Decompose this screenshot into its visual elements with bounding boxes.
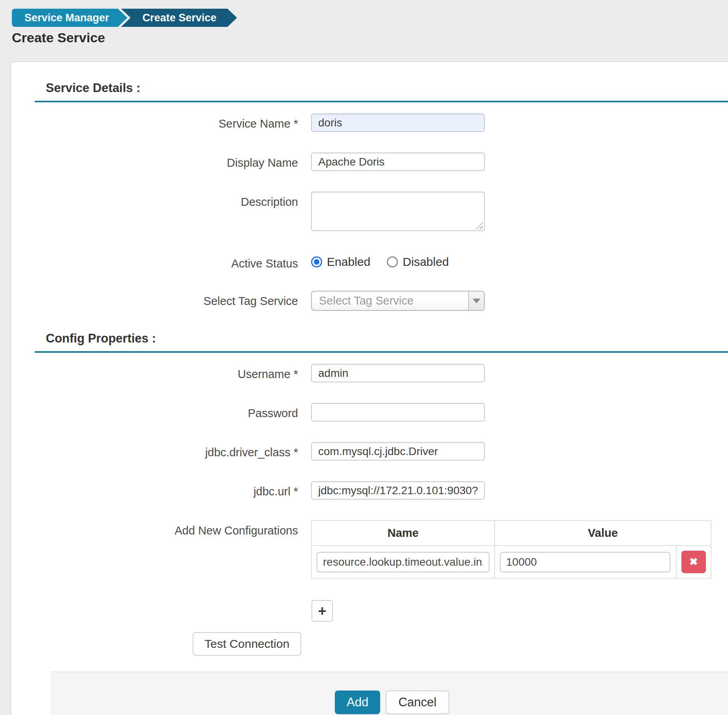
delete-config-row-button[interactable]: ✖	[681, 551, 706, 573]
password-row: Password	[35, 403, 728, 421]
jdbc-driver-class-label: jdbc.driver_class *	[35, 442, 298, 459]
radio-disabled-icon[interactable]	[387, 256, 398, 267]
config-name-input[interactable]	[317, 552, 490, 572]
tag-service-row: Select Tag Service Select Tag Service	[35, 291, 728, 311]
chevron-down-icon	[473, 299, 480, 303]
jdbc-driver-class-row: jdbc.driver_class *	[35, 442, 728, 461]
description-textarea[interactable]	[311, 192, 485, 231]
service-details-divider	[35, 101, 728, 102]
config-properties-divider	[35, 351, 728, 353]
service-details-heading: Service Details :	[46, 81, 728, 95]
jdbc-url-input[interactable]	[311, 481, 485, 500]
config-table-header-name: Name	[311, 521, 495, 546]
password-input[interactable]	[311, 403, 485, 421]
display-name-label: Display Name	[35, 152, 298, 169]
breadcrumb-service-manager[interactable]: Service Manager	[12, 9, 128, 27]
breadcrumb-create-service[interactable]: Create Service	[121, 9, 237, 27]
tag-service-placeholder: Select Tag Service	[312, 292, 468, 310]
radio-disabled-label: Disabled	[403, 255, 449, 269]
username-input[interactable]	[311, 364, 485, 382]
tag-service-dropdown-button[interactable]	[468, 292, 484, 310]
page-title: Create Service	[12, 30, 105, 45]
description-label: Description	[35, 192, 298, 209]
add-new-configurations-row: Add New Configurations Name Value	[35, 520, 728, 579]
username-row: Username *	[35, 364, 728, 382]
create-service-panel: Service Details : Service Name * Display…	[10, 61, 728, 715]
jdbc-url-row: jdbc.url *	[35, 481, 728, 500]
display-name-input[interactable]	[311, 152, 485, 171]
form-actions-footer: Add Cancel	[51, 672, 728, 715]
config-properties-heading: Config Properties :	[46, 331, 728, 346]
new-configurations-table: Name Value ✖	[311, 520, 711, 579]
active-status-row: Active Status Enabled Disabled	[35, 253, 728, 270]
breadcrumb: Service Manager Create Service	[12, 9, 237, 27]
radio-enabled-label: Enabled	[327, 255, 370, 269]
display-name-row: Display Name	[35, 152, 728, 171]
radio-enabled-icon[interactable]	[311, 256, 322, 267]
active-status-label: Active Status	[35, 253, 298, 270]
tag-service-label: Select Tag Service	[35, 291, 298, 308]
description-row: Description	[35, 192, 728, 233]
service-name-row: Service Name *	[35, 113, 728, 132]
config-table-header-value: Value	[495, 521, 711, 546]
tag-service-select[interactable]: Select Tag Service	[311, 291, 485, 311]
config-table-row: ✖	[311, 546, 711, 578]
radio-option-enabled[interactable]: Enabled	[311, 255, 370, 269]
service-name-input[interactable]	[311, 113, 485, 132]
config-value-input[interactable]	[500, 552, 670, 572]
jdbc-url-label: jdbc.url *	[35, 481, 298, 498]
username-label: Username *	[35, 364, 298, 381]
test-connection-button[interactable]: Test Connection	[193, 632, 301, 656]
add-new-configurations-label: Add New Configurations	[35, 520, 298, 537]
password-label: Password	[35, 403, 298, 420]
add-config-row-button[interactable]: +	[311, 600, 333, 622]
jdbc-driver-class-input[interactable]	[311, 442, 485, 461]
add-button[interactable]: Add	[335, 691, 380, 714]
cancel-button[interactable]: Cancel	[386, 691, 449, 714]
radio-option-disabled[interactable]: Disabled	[387, 255, 449, 269]
active-status-radio-group: Enabled Disabled	[311, 253, 465, 269]
service-name-label: Service Name *	[35, 113, 298, 130]
